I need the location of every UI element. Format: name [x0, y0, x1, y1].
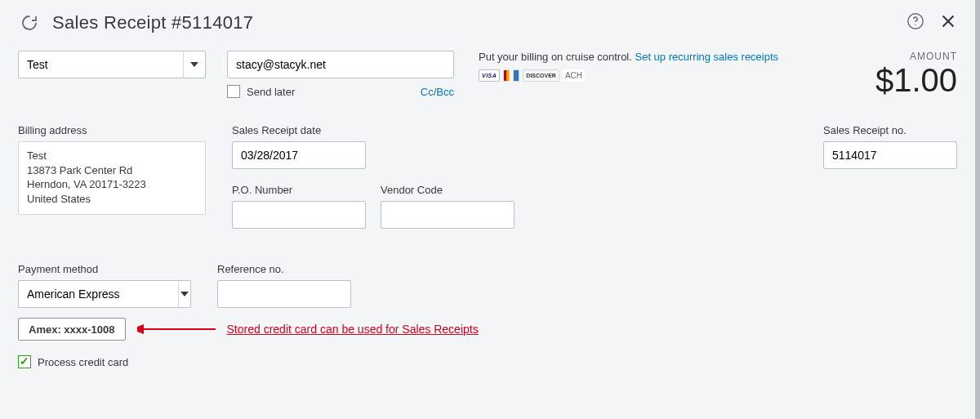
billing-address-field[interactable]: Test 13873 Park Center Rd Herndon, VA 20…: [18, 141, 206, 215]
vendor-label: Vendor Code: [381, 184, 514, 196]
page-title: Sales Receipt #5114017: [52, 12, 906, 33]
card-logos: VISA DISCOVER ACH: [479, 69, 778, 82]
email-input[interactable]: [227, 51, 454, 78]
svg-point-1: [915, 25, 915, 25]
po-input[interactable]: [232, 201, 366, 229]
ach-logo: ACH: [563, 69, 585, 82]
date-label: Sales Receipt date: [232, 124, 514, 136]
stored-card-button[interactable]: Amex: xxxx-1008: [18, 318, 126, 341]
billing-address-label: Billing address: [18, 124, 206, 136]
setup-recurring-link[interactable]: Set up recurring sales receipts: [635, 51, 778, 63]
send-later-checkbox[interactable]: Send later: [227, 85, 295, 98]
send-later-label: Send later: [247, 86, 295, 98]
close-icon[interactable]: [939, 12, 957, 33]
amount-label: AMOUNT: [875, 51, 957, 62]
amount-value: $1.00: [875, 64, 957, 96]
svg-marker-5: [180, 292, 189, 296]
mastercard-logo: [503, 69, 510, 82]
visa-logo: VISA: [479, 69, 500, 82]
payment-method-caret[interactable]: [178, 280, 191, 308]
annotation-text: Stored credit card can be used for Sales…: [227, 323, 479, 336]
help-icon[interactable]: [906, 12, 924, 33]
send-later-box[interactable]: [227, 85, 240, 98]
annotation-arrow-icon: [137, 322, 219, 337]
reference-input[interactable]: [217, 280, 351, 308]
customer-input[interactable]: [18, 51, 183, 78]
payment-method-input[interactable]: [18, 280, 178, 308]
process-credit-card-label: Process credit card: [38, 356, 128, 368]
amex-logo: [513, 69, 519, 82]
po-label: P.O. Number: [232, 184, 366, 196]
reference-label: Reference no.: [217, 263, 351, 275]
svg-marker-4: [190, 62, 198, 67]
vendor-input[interactable]: [381, 201, 514, 229]
receipt-no-label: Sales Receipt no.: [823, 124, 957, 136]
recurring-msg: Put your billing on cruise control. Set …: [479, 51, 778, 82]
discover-logo: DISCOVER: [523, 69, 559, 82]
customer-dropdown-caret[interactable]: [183, 51, 206, 78]
date-input[interactable]: [232, 141, 366, 169]
refresh-cycle-icon: [18, 11, 41, 34]
payment-method-select[interactable]: [18, 280, 191, 308]
cc-bcc-link[interactable]: Cc/Bcc: [421, 86, 454, 98]
payment-method-label: Payment method: [18, 263, 191, 275]
process-credit-card-checkbox[interactable]: [18, 355, 31, 368]
receipt-no-input[interactable]: [823, 141, 957, 169]
customer-select[interactable]: [18, 51, 206, 78]
